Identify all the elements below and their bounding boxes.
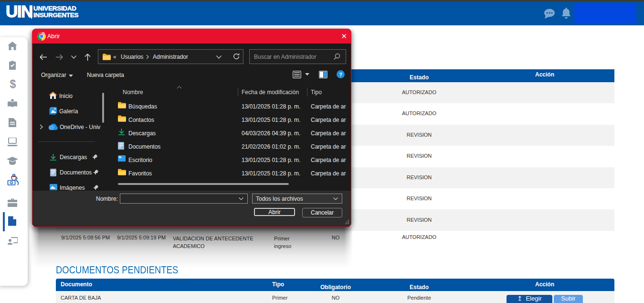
svg-text:?: ? [339, 72, 342, 77]
